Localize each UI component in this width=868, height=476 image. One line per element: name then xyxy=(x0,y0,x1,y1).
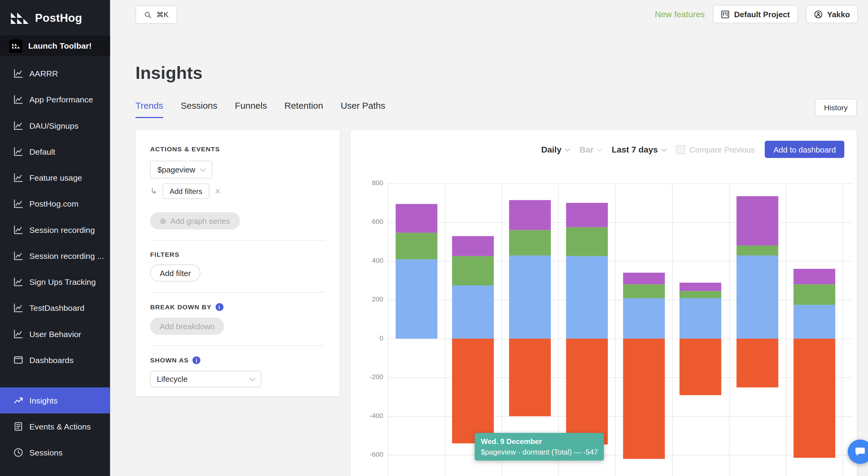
user-menu-button[interactable]: Yakko xyxy=(806,5,858,24)
bar-segment[interactable] xyxy=(566,256,608,338)
sidebar-item-label: TestDashboard xyxy=(29,303,84,312)
sidebar-item-session-recording[interactable]: Session recording xyxy=(0,216,110,242)
bar-segment[interactable] xyxy=(794,284,835,304)
sidebar-item-dashboards[interactable]: Dashboards xyxy=(0,347,110,373)
bar-segment[interactable] xyxy=(566,338,608,445)
chart-type-dropdown[interactable]: Bar xyxy=(580,145,601,154)
history-button[interactable]: History xyxy=(815,99,857,117)
search-shortcut: ⌘K xyxy=(156,10,169,19)
add-filters-button[interactable]: Add filters xyxy=(162,183,210,199)
tab-retention[interactable]: Retention xyxy=(285,101,323,118)
launch-toolbar-button[interactable]: Launch Toolbar! xyxy=(0,35,110,56)
sidebar-item-dau-signups[interactable]: DAU/Signups xyxy=(0,113,110,139)
event-selector[interactable]: $pageview xyxy=(150,161,212,179)
add-graph-series-button[interactable]: ⊕ Add graph series xyxy=(150,212,240,230)
chevron-down-icon xyxy=(250,376,256,381)
line-chart-icon xyxy=(13,251,23,260)
sidebar-item-aarrr[interactable]: AARRR xyxy=(0,60,110,86)
bar-segment[interactable] xyxy=(509,230,551,255)
sidebar-item-feature-usage[interactable]: Feature usage xyxy=(0,165,110,190)
line-chart-icon xyxy=(13,277,23,287)
sidebar-item-label: DAU/Signups xyxy=(29,121,79,130)
tab-sessions[interactable]: Sessions xyxy=(181,101,217,118)
gridline xyxy=(445,183,445,476)
sidebar-item-posthog-com[interactable]: PostHog.com xyxy=(0,190,110,216)
posthog-logo[interactable]: PostHog xyxy=(0,0,110,35)
line-chart-icon xyxy=(13,95,23,104)
search-button[interactable]: ⌘K xyxy=(135,5,177,24)
bar-segment[interactable] xyxy=(736,196,778,245)
compare-checkbox[interactable] xyxy=(676,145,685,154)
sidebar-item-default[interactable]: Default xyxy=(0,139,110,165)
bar-segment[interactable] xyxy=(509,200,551,230)
date-range-dropdown[interactable]: Last 7 days xyxy=(612,145,666,154)
tab-funnels[interactable]: Funnels xyxy=(235,101,267,118)
sidebar-item-app-performance[interactable]: App Performance xyxy=(0,86,110,112)
bar-segment[interactable] xyxy=(680,291,721,298)
event-filters-row: ↳ Add filters ✕ xyxy=(150,183,325,199)
bar-segment[interactable] xyxy=(566,203,608,227)
bar-segment[interactable] xyxy=(452,256,494,285)
bar-segment[interactable] xyxy=(736,338,778,387)
bar-segment[interactable] xyxy=(623,284,664,298)
shown-as-select[interactable]: Lifecycle xyxy=(150,371,261,387)
gridline xyxy=(843,183,843,476)
chevron-down-icon xyxy=(200,166,206,172)
bar-segment[interactable] xyxy=(395,204,437,233)
chat-icon xyxy=(854,446,866,457)
bar-segment[interactable] xyxy=(566,227,608,256)
bar-segment[interactable] xyxy=(395,259,437,338)
bar-segment[interactable] xyxy=(794,305,835,338)
chart-controls: Daily Bar Last 7 days Compare Previous A… xyxy=(541,141,844,158)
interval-dropdown[interactable]: Daily xyxy=(541,145,569,154)
actions-events-label: ACTIONS & EVENTS xyxy=(150,146,325,152)
bar-segment[interactable] xyxy=(680,338,721,395)
sidebar-item-label: Insights xyxy=(29,396,57,405)
bar-segment[interactable] xyxy=(623,298,664,338)
bar-segment[interactable] xyxy=(623,273,664,285)
bar-segment[interactable] xyxy=(509,255,551,338)
main-content: ⌘K New features Default Project Yakko In… xyxy=(110,0,868,476)
logo-text: PostHog xyxy=(35,11,82,24)
tab-user-paths[interactable]: User Paths xyxy=(341,101,385,118)
info-icon[interactable] xyxy=(192,356,200,364)
add-breakdown-button[interactable]: Add breakdown xyxy=(150,318,224,335)
bar-segment[interactable] xyxy=(736,245,778,255)
bar-segment[interactable] xyxy=(736,255,778,338)
add-to-dashboard-button[interactable]: Add to dashboard xyxy=(765,141,844,158)
bar-segment[interactable] xyxy=(395,233,437,259)
compare-previous-toggle: Compare Previous xyxy=(676,145,755,154)
close-icon[interactable]: ✕ xyxy=(215,187,221,196)
line-chart-icon xyxy=(13,303,23,313)
bar-segment[interactable] xyxy=(623,338,664,459)
sidebar-item-sessions[interactable]: Sessions xyxy=(0,440,110,466)
sidebar-item-label: Session recording xyxy=(29,225,95,234)
search-icon xyxy=(144,11,152,19)
sidebar-item-insights[interactable]: Insights xyxy=(0,387,110,414)
bar-segment[interactable] xyxy=(680,282,721,291)
chevron-down-icon xyxy=(597,146,602,151)
dashboards-menu: AARRRApp PerformanceDAU/SignupsDefaultFe… xyxy=(0,56,110,373)
bar-segment[interactable] xyxy=(452,286,494,339)
sidebar-item-session-recording[interactable]: Session recording ... xyxy=(0,243,110,269)
sidebar-item-testdashboard[interactable]: TestDashboard xyxy=(0,295,110,321)
add-filter-button[interactable]: Add filter xyxy=(150,264,200,281)
bar-segment[interactable] xyxy=(794,269,835,284)
bar-segment[interactable] xyxy=(794,338,835,458)
bar-segment[interactable] xyxy=(452,338,494,443)
bar-segment[interactable] xyxy=(452,236,494,256)
sidebar-item-user-behavior[interactable]: User Behavior xyxy=(0,321,110,347)
tab-trends[interactable]: Trends xyxy=(135,101,163,118)
sidebar-item-sign-ups-tracking[interactable]: Sign Ups Tracking xyxy=(0,269,110,295)
bar-segment[interactable] xyxy=(680,298,721,338)
new-features-link[interactable]: New features xyxy=(655,9,705,19)
info-icon[interactable] xyxy=(216,303,223,311)
gridline xyxy=(615,183,616,476)
nested-arrow-icon: ↳ xyxy=(150,186,157,196)
bar-segment[interactable] xyxy=(509,338,551,416)
sidebar-item-events-actions[interactable]: Events & Actions xyxy=(0,414,110,440)
sidebar-item-label: User Behavior xyxy=(29,329,81,338)
gridline xyxy=(388,222,852,223)
project-switcher-button[interactable]: Default Project xyxy=(713,5,798,24)
posthog-mark-icon xyxy=(9,39,23,52)
